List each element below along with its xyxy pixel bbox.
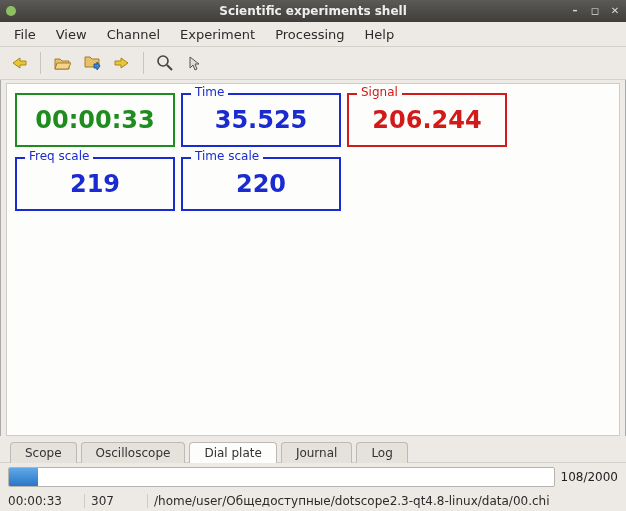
forward-button[interactable] xyxy=(109,50,135,76)
dial-signal-value: 206.244 xyxy=(372,106,481,134)
arrow-left-icon xyxy=(10,56,28,70)
close-button[interactable]: ✕ xyxy=(608,4,622,18)
titlebar: Scientific experiments shell – ◻ ✕ xyxy=(0,0,626,22)
app-window: Scientific experiments shell – ◻ ✕ File … xyxy=(0,0,626,511)
minimize-button[interactable]: – xyxy=(568,4,582,18)
window-title: Scientific experiments shell xyxy=(0,4,626,18)
tab-bar: Scope Oscilloscope Dial plate Journal Lo… xyxy=(0,436,626,462)
toolbar-separator xyxy=(143,52,144,74)
dial-time-scale: Time scale 220 xyxy=(181,157,341,211)
zoom-button[interactable] xyxy=(152,50,178,76)
maximize-button[interactable]: ◻ xyxy=(588,4,602,18)
menu-experiment[interactable]: Experiment xyxy=(170,24,265,45)
status-index: 307 xyxy=(85,494,148,508)
arrow-right-icon xyxy=(113,56,131,70)
menu-view[interactable]: View xyxy=(46,24,97,45)
dial-plate-grid: 00:00:33 Time 35.525 Signal 206.244 Freq… xyxy=(15,93,611,211)
dial-time-scale-value: 220 xyxy=(236,170,286,198)
status-bar: 00:00:33 307 /home/user/Общедоступные/do… xyxy=(0,491,626,511)
dial-time-scale-label: Time scale xyxy=(191,149,263,163)
menubar: File View Channel Experiment Processing … xyxy=(0,22,626,47)
dial-time: Time 35.525 xyxy=(181,93,341,147)
progress-row: 108/2000 xyxy=(0,462,626,491)
back-button[interactable] xyxy=(6,50,32,76)
window-buttons: – ◻ ✕ xyxy=(568,4,626,18)
tab-scope[interactable]: Scope xyxy=(10,442,77,463)
dial-freq-scale-label: Freq scale xyxy=(25,149,93,163)
status-clock: 00:00:33 xyxy=(2,494,85,508)
dial-signal: Signal 206.244 xyxy=(347,93,507,147)
app-icon xyxy=(6,6,16,16)
tab-log[interactable]: Log xyxy=(356,442,407,463)
toolbar xyxy=(0,47,626,80)
magnifier-icon xyxy=(156,54,174,72)
menu-file[interactable]: File xyxy=(4,24,46,45)
tab-dial-plate[interactable]: Dial plate xyxy=(189,442,276,463)
svg-point-0 xyxy=(158,56,168,66)
dial-signal-label: Signal xyxy=(357,85,402,99)
dial-freq-scale-value: 219 xyxy=(70,170,120,198)
progress-bar[interactable] xyxy=(8,467,555,487)
pointer-button[interactable] xyxy=(182,50,208,76)
pointer-icon xyxy=(186,54,204,72)
dial-time-label: Time xyxy=(191,85,228,99)
open-button[interactable] xyxy=(49,50,75,76)
dial-clock-value: 00:00:33 xyxy=(35,106,154,134)
menu-channel[interactable]: Channel xyxy=(97,24,170,45)
folder-open-icon xyxy=(53,55,71,71)
dial-time-value: 35.525 xyxy=(215,106,308,134)
client-area: 00:00:33 Time 35.525 Signal 206.244 Freq… xyxy=(6,83,620,436)
dial-clock: 00:00:33 xyxy=(15,93,175,147)
progress-label: 108/2000 xyxy=(561,470,619,484)
progress-fill xyxy=(9,468,38,486)
tab-journal[interactable]: Journal xyxy=(281,442,353,463)
menu-help[interactable]: Help xyxy=(355,24,405,45)
svg-line-1 xyxy=(167,65,172,70)
menu-processing[interactable]: Processing xyxy=(265,24,354,45)
tab-oscilloscope[interactable]: Oscilloscope xyxy=(81,442,186,463)
status-path: /home/user/Общедоступные/dotscope2.3-qt4… xyxy=(148,494,624,508)
toolbar-separator xyxy=(40,52,41,74)
dial-freq-scale: Freq scale 219 xyxy=(15,157,175,211)
folder-save-icon xyxy=(83,54,101,72)
save-copy-button[interactable] xyxy=(79,50,105,76)
